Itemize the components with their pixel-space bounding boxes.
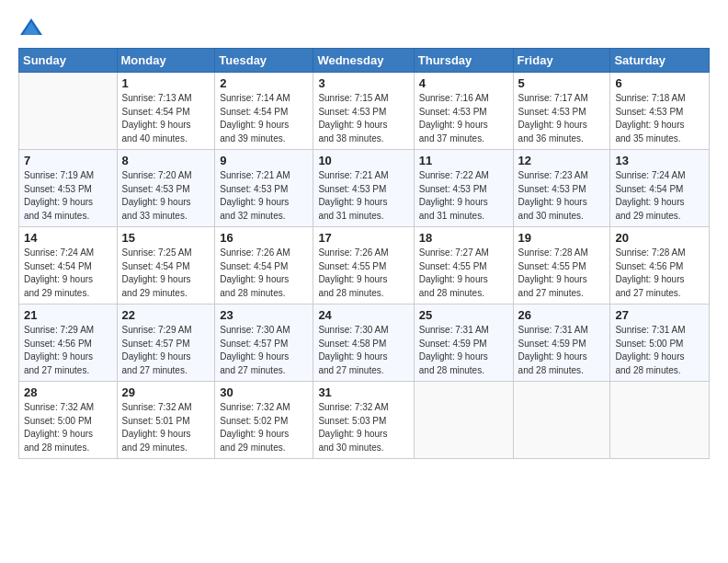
day-info: Sunrise: 7:21 AM Sunset: 4:53 PM Dayligh… xyxy=(220,169,308,223)
day-number: 24 xyxy=(318,308,408,322)
day-number: 12 xyxy=(518,154,606,167)
day-info: Sunrise: 7:14 AM Sunset: 4:54 PM Dayligh… xyxy=(220,92,308,145)
logo-icon xyxy=(18,15,44,40)
calendar-day-header: Tuesday xyxy=(215,49,313,73)
calendar-week-row: 1Sunrise: 7:13 AM Sunset: 4:54 PM Daylig… xyxy=(19,73,710,150)
calendar: SundayMondayTuesdayWednesdayThursdayFrid… xyxy=(18,48,710,459)
calendar-cell: 27Sunrise: 7:31 AM Sunset: 5:00 PM Dayli… xyxy=(610,304,710,382)
calendar-cell: 16Sunrise: 7:26 AM Sunset: 4:54 PM Dayli… xyxy=(215,227,313,304)
day-number: 13 xyxy=(615,154,704,167)
calendar-day-header: Thursday xyxy=(414,49,513,73)
day-number: 30 xyxy=(220,385,308,399)
day-info: Sunrise: 7:31 AM Sunset: 4:59 PM Dayligh… xyxy=(419,324,508,377)
calendar-cell: 7Sunrise: 7:19 AM Sunset: 4:53 PM Daylig… xyxy=(19,150,118,227)
calendar-cell: 10Sunrise: 7:21 AM Sunset: 4:53 PM Dayli… xyxy=(313,150,414,227)
day-info: Sunrise: 7:21 AM Sunset: 4:53 PM Dayligh… xyxy=(318,169,408,223)
calendar-cell: 4Sunrise: 7:16 AM Sunset: 4:53 PM Daylig… xyxy=(414,73,513,150)
day-info: Sunrise: 7:26 AM Sunset: 4:55 PM Dayligh… xyxy=(318,247,408,300)
calendar-cell: 24Sunrise: 7:30 AM Sunset: 4:58 PM Dayli… xyxy=(313,304,414,382)
day-info: Sunrise: 7:31 AM Sunset: 4:59 PM Dayligh… xyxy=(518,324,606,377)
day-info: Sunrise: 7:28 AM Sunset: 4:56 PM Dayligh… xyxy=(615,247,704,300)
day-info: Sunrise: 7:23 AM Sunset: 4:53 PM Dayligh… xyxy=(518,169,606,223)
day-info: Sunrise: 7:30 AM Sunset: 4:57 PM Dayligh… xyxy=(220,324,308,377)
calendar-cell: 14Sunrise: 7:24 AM Sunset: 4:54 PM Dayli… xyxy=(19,227,118,304)
day-number: 8 xyxy=(122,154,210,167)
calendar-cell: 31Sunrise: 7:32 AM Sunset: 5:03 PM Dayli… xyxy=(313,382,414,459)
day-info: Sunrise: 7:20 AM Sunset: 4:53 PM Dayligh… xyxy=(122,169,210,223)
day-number: 18 xyxy=(419,231,508,245)
day-info: Sunrise: 7:29 AM Sunset: 4:56 PM Dayligh… xyxy=(24,324,112,377)
calendar-cell: 3Sunrise: 7:15 AM Sunset: 4:53 PM Daylig… xyxy=(313,73,414,150)
calendar-cell: 22Sunrise: 7:29 AM Sunset: 4:57 PM Dayli… xyxy=(117,304,215,382)
day-number: 19 xyxy=(518,231,606,245)
day-number: 9 xyxy=(220,154,308,167)
calendar-cell: 11Sunrise: 7:22 AM Sunset: 4:53 PM Dayli… xyxy=(414,150,513,227)
day-number: 20 xyxy=(615,231,704,245)
calendar-cell: 9Sunrise: 7:21 AM Sunset: 4:53 PM Daylig… xyxy=(215,150,313,227)
calendar-cell: 13Sunrise: 7:24 AM Sunset: 4:54 PM Dayli… xyxy=(610,150,710,227)
day-number: 27 xyxy=(615,308,704,322)
header xyxy=(18,15,710,40)
day-number: 23 xyxy=(220,308,308,322)
day-info: Sunrise: 7:13 AM Sunset: 4:54 PM Dayligh… xyxy=(122,92,210,145)
calendar-cell: 15Sunrise: 7:25 AM Sunset: 4:54 PM Dayli… xyxy=(117,227,215,304)
calendar-day-header: Saturday xyxy=(610,49,710,73)
day-number: 17 xyxy=(318,231,408,245)
calendar-day-header: Monday xyxy=(117,49,215,73)
day-info: Sunrise: 7:15 AM Sunset: 4:53 PM Dayligh… xyxy=(318,92,408,145)
day-info: Sunrise: 7:17 AM Sunset: 4:53 PM Dayligh… xyxy=(518,92,606,145)
day-number: 7 xyxy=(24,154,112,167)
day-number: 2 xyxy=(220,76,308,90)
day-number: 4 xyxy=(419,76,508,90)
logo xyxy=(18,15,48,40)
calendar-cell: 29Sunrise: 7:32 AM Sunset: 5:01 PM Dayli… xyxy=(117,382,215,459)
day-number: 15 xyxy=(122,231,210,245)
calendar-cell: 1Sunrise: 7:13 AM Sunset: 4:54 PM Daylig… xyxy=(117,73,215,150)
calendar-cell: 2Sunrise: 7:14 AM Sunset: 4:54 PM Daylig… xyxy=(215,73,313,150)
day-number: 6 xyxy=(615,76,704,90)
day-info: Sunrise: 7:24 AM Sunset: 4:54 PM Dayligh… xyxy=(615,169,704,223)
calendar-cell: 8Sunrise: 7:20 AM Sunset: 4:53 PM Daylig… xyxy=(117,150,215,227)
calendar-week-row: 28Sunrise: 7:32 AM Sunset: 5:00 PM Dayli… xyxy=(19,382,710,459)
calendar-cell: 5Sunrise: 7:17 AM Sunset: 4:53 PM Daylig… xyxy=(513,73,610,150)
day-number: 31 xyxy=(318,385,408,399)
calendar-cell: 6Sunrise: 7:18 AM Sunset: 4:53 PM Daylig… xyxy=(610,73,710,150)
day-number: 10 xyxy=(318,154,408,167)
calendar-day-header: Friday xyxy=(513,49,610,73)
calendar-day-header: Wednesday xyxy=(313,49,414,73)
day-number: 26 xyxy=(518,308,606,322)
day-number: 5 xyxy=(518,76,606,90)
day-number: 1 xyxy=(122,76,210,90)
day-info: Sunrise: 7:32 AM Sunset: 5:00 PM Dayligh… xyxy=(24,401,112,454)
calendar-cell: 25Sunrise: 7:31 AM Sunset: 4:59 PM Dayli… xyxy=(414,304,513,382)
calendar-cell: 28Sunrise: 7:32 AM Sunset: 5:00 PM Dayli… xyxy=(19,382,118,459)
day-info: Sunrise: 7:32 AM Sunset: 5:02 PM Dayligh… xyxy=(220,401,308,454)
day-info: Sunrise: 7:25 AM Sunset: 4:54 PM Dayligh… xyxy=(122,247,210,300)
calendar-day-header: Sunday xyxy=(19,49,118,73)
page: SundayMondayTuesdayWednesdayThursdayFrid… xyxy=(0,0,728,563)
calendar-cell: 23Sunrise: 7:30 AM Sunset: 4:57 PM Dayli… xyxy=(215,304,313,382)
day-number: 3 xyxy=(318,76,408,90)
calendar-cell xyxy=(610,382,710,459)
day-info: Sunrise: 7:30 AM Sunset: 4:58 PM Dayligh… xyxy=(318,324,408,377)
day-info: Sunrise: 7:29 AM Sunset: 4:57 PM Dayligh… xyxy=(122,324,210,377)
calendar-cell: 18Sunrise: 7:27 AM Sunset: 4:55 PM Dayli… xyxy=(414,227,513,304)
day-info: Sunrise: 7:32 AM Sunset: 5:01 PM Dayligh… xyxy=(122,401,210,454)
day-number: 14 xyxy=(24,231,112,245)
calendar-cell xyxy=(19,73,118,150)
day-number: 29 xyxy=(122,385,210,399)
day-number: 25 xyxy=(419,308,508,322)
calendar-cell: 20Sunrise: 7:28 AM Sunset: 4:56 PM Dayli… xyxy=(610,227,710,304)
day-info: Sunrise: 7:19 AM Sunset: 4:53 PM Dayligh… xyxy=(24,169,112,223)
day-number: 22 xyxy=(122,308,210,322)
calendar-cell: 30Sunrise: 7:32 AM Sunset: 5:02 PM Dayli… xyxy=(215,382,313,459)
day-info: Sunrise: 7:31 AM Sunset: 5:00 PM Dayligh… xyxy=(615,324,704,377)
calendar-week-row: 7Sunrise: 7:19 AM Sunset: 4:53 PM Daylig… xyxy=(19,150,710,227)
calendar-cell xyxy=(414,382,513,459)
day-info: Sunrise: 7:27 AM Sunset: 4:55 PM Dayligh… xyxy=(419,247,508,300)
calendar-week-row: 14Sunrise: 7:24 AM Sunset: 4:54 PM Dayli… xyxy=(19,227,710,304)
day-info: Sunrise: 7:18 AM Sunset: 4:53 PM Dayligh… xyxy=(615,92,704,145)
day-info: Sunrise: 7:24 AM Sunset: 4:54 PM Dayligh… xyxy=(24,247,112,300)
calendar-cell: 19Sunrise: 7:28 AM Sunset: 4:55 PM Dayli… xyxy=(513,227,610,304)
calendar-cell: 26Sunrise: 7:31 AM Sunset: 4:59 PM Dayli… xyxy=(513,304,610,382)
